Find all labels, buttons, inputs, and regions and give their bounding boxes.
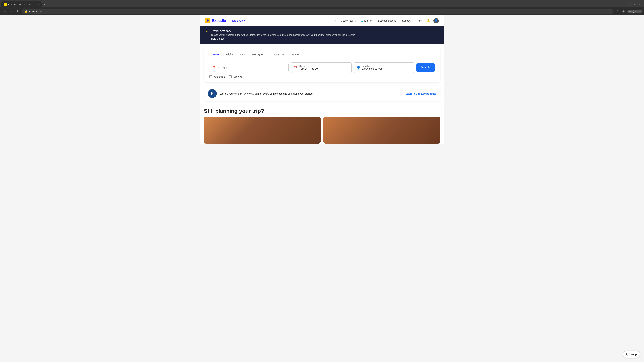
trip-card-2[interactable] xyxy=(323,117,440,144)
window-controls: − ⧉ × xyxy=(627,3,643,6)
dates-content: Dates Feb 17 – Feb 20 xyxy=(299,65,349,70)
still-planning-section: Still planning your trip? xyxy=(200,104,444,144)
dates-input[interactable]: 📅 Dates Feb 17 – Feb 20 xyxy=(291,62,352,73)
more-travel-button[interactable]: More travel ▾ xyxy=(228,18,247,23)
onekey-avatar: K xyxy=(208,89,217,98)
tab-stays[interactable]: Stays xyxy=(209,51,223,58)
tab-packages[interactable]: Packages xyxy=(249,51,267,58)
active-tab[interactable]: ✈ Expedia Travel: Vacation Hom... × xyxy=(1,1,42,7)
refresh-button[interactable]: ↻ xyxy=(16,9,21,14)
close-button[interactable]: × xyxy=(638,3,640,6)
page-inner: ✈ Expedia More travel ▾ ⬇ Get the app 🌐 … xyxy=(200,15,444,144)
advisory-body: Due to winter weather in the United Stat… xyxy=(211,33,439,36)
travelers-content: Travelers 2 travelers, 1 room xyxy=(362,65,412,70)
trips-button[interactable]: Trips xyxy=(415,18,423,23)
url-input[interactable] xyxy=(29,10,610,13)
still-planning-title: Still planning your trip? xyxy=(204,108,440,114)
trip-card-2-image xyxy=(323,117,440,144)
travel-advisory-banner: ⚠ Travel Advisory Due to winter weather … xyxy=(200,26,444,43)
download-icon: ⬇ xyxy=(338,19,340,22)
trip-cards xyxy=(204,117,440,144)
browser-toolbar: ← → ↻ 🔒 ☆ ⊙ Incognito (2) xyxy=(0,7,644,15)
add-flight-checkbox-box[interactable] xyxy=(209,75,212,78)
search-button[interactable]: Search xyxy=(416,63,435,72)
add-flight-checkbox[interactable]: Add a flight xyxy=(209,75,226,78)
advisory-content: Travel Advisory Due to winter weather in… xyxy=(211,29,439,40)
toolbar-right: ☆ ⊙ Incognito (2) xyxy=(616,9,642,14)
destination-placeholder: Going to xyxy=(218,66,228,69)
tab-bar: ✈ Expedia Travel: Vacation Hom... × + − … xyxy=(0,0,644,7)
search-widget: Stays Flights Cars Packages Things to do… xyxy=(204,47,440,82)
tab-flights[interactable]: Flights xyxy=(223,51,237,58)
travelers-icon: 👤 xyxy=(356,65,360,69)
search-tabs: Stays Flights Cars Packages Things to do… xyxy=(209,51,435,58)
globe-icon: 🌐 xyxy=(360,19,363,22)
forward-button[interactable]: → xyxy=(9,9,14,14)
minimize-button[interactable]: − xyxy=(630,3,631,6)
dates-label: Dates xyxy=(299,65,349,67)
notifications-bell-icon[interactable]: 🔔 xyxy=(426,19,430,23)
get-app-button[interactable]: ⬇ Get the app xyxy=(336,18,356,23)
add-car-label: Add a car xyxy=(233,76,243,78)
back-button[interactable]: ← xyxy=(2,9,8,14)
tab-cars[interactable]: Cars xyxy=(237,51,249,58)
trip-card-1[interactable] xyxy=(204,117,321,144)
restore-button[interactable]: ⧉ xyxy=(634,3,636,6)
add-car-checkbox[interactable]: Add a car xyxy=(229,75,243,78)
advisory-warning-icon: ⚠ xyxy=(205,30,209,34)
site-header: ✈ Expedia More travel ▾ ⬇ Get the app 🌐 … xyxy=(200,15,444,26)
tab-favicon: ✈ xyxy=(4,3,7,6)
tab-things-to-do[interactable]: Things to do xyxy=(267,51,287,58)
support-button[interactable]: Support xyxy=(401,18,412,23)
tab-title: Expedia Travel: Vacation Hom... xyxy=(8,3,36,6)
onekey-message: Lauren, you can earn OneKeyCash on every… xyxy=(219,92,403,95)
language-button[interactable]: 🌐 English xyxy=(359,18,373,23)
add-flight-label: Add a flight xyxy=(214,76,226,78)
address-bar[interactable]: 🔒 xyxy=(22,8,613,14)
dates-value: Feb 17 – Feb 20 xyxy=(299,67,318,70)
avatar-icon: 👤 xyxy=(434,19,438,22)
onekey-explore-link[interactable]: Explore One Key benefits xyxy=(406,92,436,95)
trip-card-1-image xyxy=(204,117,321,144)
tab-close-button[interactable]: × xyxy=(38,3,39,6)
header-right: ⬇ Get the app 🌐 English List your proper… xyxy=(336,18,439,23)
new-tab-button[interactable]: + xyxy=(42,2,47,7)
logo-text: Expedia xyxy=(212,18,226,23)
logo[interactable]: ✈ Expedia xyxy=(205,18,226,23)
advisory-title: Travel Advisory xyxy=(211,29,439,32)
add-car-checkbox-box[interactable] xyxy=(229,75,232,78)
logo-icon: ✈ xyxy=(205,18,210,23)
onekey-banner: K Lauren, you can earn OneKeyCash on eve… xyxy=(204,86,440,101)
calendar-icon: 📅 xyxy=(294,65,298,69)
travelers-input[interactable]: 👤 Travelers 2 travelers, 1 room xyxy=(354,62,414,73)
travelers-label: Travelers xyxy=(362,65,412,67)
list-property-button[interactable]: List your property xyxy=(377,18,398,23)
profile-icon[interactable]: ⊙ xyxy=(622,9,626,14)
travelers-value: 2 travelers, 1 room xyxy=(362,67,383,70)
browser-chrome: ✈ Expedia Travel: Vacation Hom... × + − … xyxy=(0,0,644,15)
location-icon: 📍 xyxy=(212,65,216,69)
destination-content: Going to xyxy=(218,66,286,69)
user-avatar[interactable]: 👤 xyxy=(433,18,439,23)
tab-cruises[interactable]: Cruises xyxy=(287,51,302,58)
destination-input[interactable]: 📍 Going to xyxy=(209,63,289,72)
search-form: 📍 Going to 📅 Dates Feb 17 – Feb 20 👤 xyxy=(209,62,435,73)
search-options: Add a flight Add a car xyxy=(209,75,435,78)
bookmark-icon[interactable]: ☆ xyxy=(616,9,620,14)
help-center-link[interactable]: Help Center xyxy=(211,37,224,40)
page-content: ✈ Expedia More travel ▾ ⬇ Get the app 🌐 … xyxy=(0,15,644,144)
incognito-badge[interactable]: Incognito (2) xyxy=(628,10,642,13)
